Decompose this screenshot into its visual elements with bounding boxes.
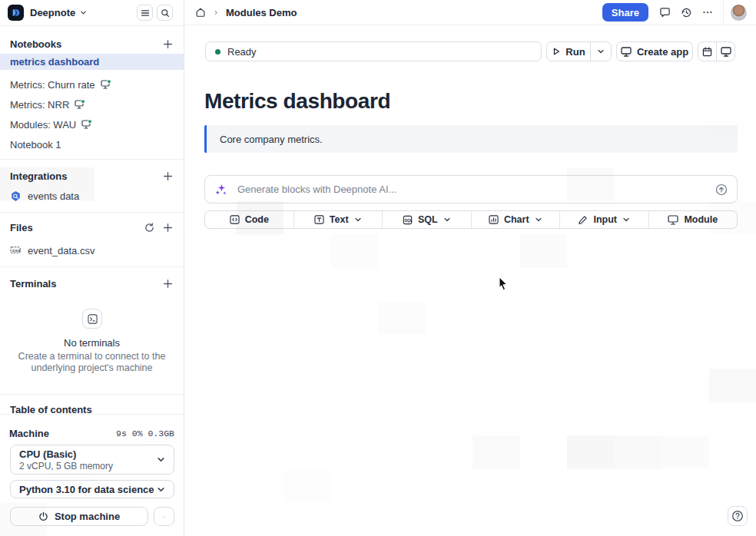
svg-text:csv: csv	[12, 248, 21, 253]
svg-text:SQL: SQL	[404, 217, 412, 222]
